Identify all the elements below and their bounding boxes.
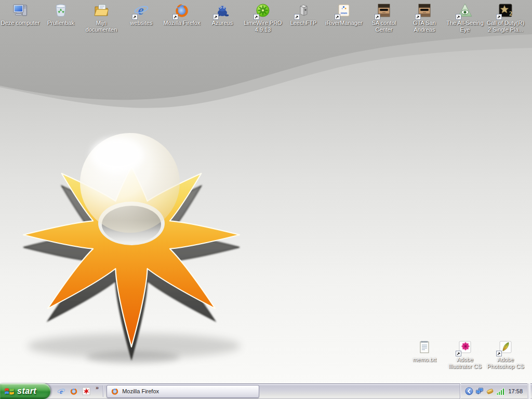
desktop-icon-leechftp[interactable]: LeechFTP [281,2,326,26]
desktop-icon-label: LimeWire PRO 4.9.13 [241,20,285,33]
shortcut-arrow-icon [456,351,461,356]
task-button-label: Mozilla Firefox [122,388,159,394]
firefox-icon [111,387,119,395]
windows-logo-icon [4,386,15,396]
quick-launch-toolbar: e » [50,383,102,399]
desktop-icon-label: Adobe Illustrator CS [443,356,487,370]
desktop-icon-label: memo.txt [402,356,447,363]
quick-launch-overflow-chevron[interactable]: » [96,385,99,391]
shortcut-arrow-icon [375,14,380,20]
desktop-icon-memo-txt[interactable]: memo.txt [402,339,447,363]
desktop-icon-limewire-pro-4-9-13[interactable]: LimeWire PRO 4.9.13 [241,2,285,33]
desktop-icon-mozilla-firefox[interactable]: Mozilla Firefox [159,2,204,26]
desktop-icon-label: Mozilla Firefox [159,20,204,26]
desktop-icon-label: iRiverManager [322,20,366,26]
desktop-icon-gta-san-andreas[interactable]: GTA San Andreas [402,2,447,33]
shortcut-arrow-icon [496,351,502,356]
desktop-icon-sa-contol-center[interactable]: SA contol Center [362,2,406,33]
desktop-icon-websites[interactable]: e websites [119,2,164,26]
hide-icons-chevron-icon[interactable] [465,387,473,395]
signal-strength-icon[interactable] [496,387,504,395]
shortcut-arrow-icon [456,14,461,20]
desktop-icon-the-all-seeing-eye[interactable]: The All-Seeing Eye [443,2,487,33]
recycle-bin-icon [52,2,69,19]
notepad-icon [416,339,433,355]
shortcut-arrow-icon [172,14,178,20]
gta-face-icon [416,2,433,19]
desktop-icon-label: Deze computer [0,20,43,26]
svg-text:e: e [138,3,143,17]
svg-text:e: e [60,388,63,395]
desktop-icon-label: Adobe Photoshop CS [483,356,528,370]
desktop: Deze computer Prullenbak Mijn documenten… [0,0,532,399]
desktop-icon-label: websites [119,20,164,26]
gta-face-icon [376,2,392,19]
taskbar-divider [103,385,103,397]
desktop-icon-label: Call of Duty(R) 2 Single Pla... [483,20,528,33]
cod2-icon: 2 [497,2,514,19]
desktop-icon-adobe-photoshop-cs[interactable]: Adobe Photoshop CS [483,339,528,370]
start-label: start [17,387,39,396]
desktop-icon-label: GTA San Andreas [402,20,447,33]
firefox-icon[interactable] [70,387,78,395]
shortcut-arrow-icon [335,14,340,20]
azureus-icon [214,2,231,19]
shortcut-arrow-icon [496,14,502,20]
photoshop-icon [497,339,514,355]
red-splat-icon[interactable] [82,387,90,395]
my-documents-icon [93,2,110,19]
system-tray: 17:58 [460,383,532,399]
leechftp-icon [295,2,312,19]
desktop-icon-label: Azureus [200,20,245,26]
desktop-icon-label: SA contol Center [362,20,406,33]
taskbar-button-mozilla-firefox[interactable]: Mozilla Firefox [107,385,259,398]
shortcut-arrow-icon [213,14,219,20]
iriver-manager-icon: imm [336,2,352,19]
desktop-icon-mijn-documenten[interactable]: Mijn documenten [79,2,124,33]
shortcut-arrow-icon [415,14,421,20]
internet-explorer-icon: e [133,2,150,19]
desktop-icon-adobe-illustrator-cs[interactable]: Adobe Illustrator CS [443,339,487,370]
taskbar-clock[interactable]: 17:58 [507,388,525,394]
shortcut-arrow-icon [254,14,259,20]
task-button-area: Mozilla Firefox [104,383,460,399]
gold-coins-icon[interactable] [486,387,494,395]
network-icon[interactable] [475,387,484,395]
internet-explorer-icon[interactable]: e [57,387,65,395]
shortcut-arrow-icon [132,14,138,20]
illustrator-icon [457,339,473,355]
all-seeing-eye-icon [457,2,473,19]
desktop-icon-irivermanager[interactable]: immiRiverManager [322,2,366,26]
desktop-icon-label: Mijn documenten [79,20,124,33]
limewire-icon [255,2,271,19]
desktop-icon-label: LeechFTP [281,20,326,26]
desktop-icon-azureus[interactable]: Azureus [200,2,245,26]
desktop-icon-prullenbak[interactable]: Prullenbak [38,2,83,26]
firefox-icon [174,2,190,19]
my-computer-icon [12,2,29,19]
svg-text:2: 2 [509,10,512,17]
start-button[interactable]: start [0,383,50,399]
shortcut-arrow-icon [294,14,300,20]
desktop-icon-label: The All-Seeing Eye [443,20,487,33]
taskbar: start e » Mozilla Firefox [0,383,532,399]
svg-text:imm: imm [341,11,347,15]
desktop-icon-label: Prullenbak [38,20,83,26]
taskbar-right-edge [527,383,530,399]
desktop-icon-deze-computer[interactable]: Deze computer [0,2,43,26]
desktop-icon-call-of-duty-r-2-single-pla[interactable]: 2Call of Duty(R) 2 Single Pla... [483,2,528,33]
